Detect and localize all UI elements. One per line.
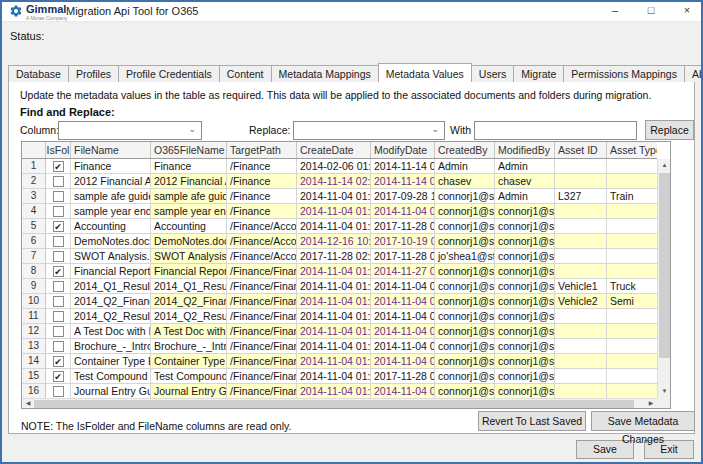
cell-modifiedBy[interactable]: connorj1@strate... <box>495 294 555 309</box>
cell-o365FileName[interactable]: DemoNotes.docx <box>151 234 227 249</box>
cell-targetPath[interactable]: /Finance/Financi... <box>227 339 297 354</box>
cell-createDate[interactable]: 2014-11-04 01:3... <box>297 204 371 219</box>
row-header[interactable]: 12 <box>22 324 46 339</box>
row-header[interactable]: 6 <box>22 234 46 249</box>
cell-fileName[interactable]: Journal Entry Gui... <box>71 384 151 398</box>
cell-fileName[interactable]: sample year end f... <box>71 204 151 219</box>
cell-modifyDate[interactable]: 2014-11-04 03:0... <box>371 309 435 324</box>
cell-modifiedBy[interactable]: connorj1@strate... <box>495 369 555 384</box>
cell-modifiedBy[interactable]: connorj1@strate... <box>495 204 555 219</box>
cell-assetId[interactable] <box>555 369 607 384</box>
row-header[interactable]: 5 <box>22 219 46 234</box>
cell-modifyDate[interactable]: 2017-11-28 02:2... <box>371 369 435 384</box>
cell-o365FileName[interactable]: Accounting <box>151 219 227 234</box>
cell-assetType[interactable] <box>607 309 657 324</box>
cell-assetType[interactable] <box>607 219 657 234</box>
cell-modifiedBy[interactable]: connorj1@strate... <box>495 324 555 339</box>
tab-database[interactable]: Database <box>8 65 69 82</box>
cell-targetPath[interactable]: /Finance/Accou... <box>227 234 297 249</box>
row-header[interactable]: 3 <box>22 189 46 204</box>
cell-targetPath[interactable]: /Finance <box>227 204 297 219</box>
horizontal-scroll-thumb[interactable] <box>34 400 634 408</box>
tab-profile-credentials[interactable]: Profile Credentials <box>118 65 220 82</box>
cell-targetPath[interactable]: /Finance/Financi... <box>227 309 297 324</box>
cell-o365FileName[interactable]: Financial Reporting <box>151 264 227 279</box>
cell-assetId[interactable] <box>555 264 607 279</box>
replace-button[interactable]: Replace <box>645 120 694 140</box>
cell-fileName[interactable]: 2014_Q2_Financ... <box>71 294 151 309</box>
cell-createDate[interactable]: 2014-11-04 01:4... <box>297 294 371 309</box>
cell-modifiedBy[interactable]: connorj1@strate... <box>495 354 555 369</box>
with-input[interactable] <box>474 121 637 140</box>
cell-createDate[interactable]: 2014-11-04 01:4... <box>297 384 371 398</box>
isfolder-checkbox[interactable] <box>53 161 64 172</box>
cell-fileName[interactable]: Brochure_-_Intro... <box>71 339 151 354</box>
cell-targetPath[interactable]: /Finance/Financi... <box>227 369 297 384</box>
column-header-createdby[interactable]: CreatedBy <box>435 142 495 158</box>
cell-o365FileName[interactable]: sample afe guide... <box>151 189 227 204</box>
cell-assetType[interactable] <box>607 339 657 354</box>
cell-createdBy[interactable]: jo'shea1@strateg... <box>435 249 495 264</box>
cell-fileName[interactable]: Accounting <box>71 219 151 234</box>
row-header[interactable]: 14 <box>22 354 46 369</box>
cell-assetId[interactable] <box>555 234 607 249</box>
cell-assetId[interactable] <box>555 219 607 234</box>
cell-fileName[interactable]: Financial Reporting <box>71 264 151 279</box>
cell-modifyDate[interactable]: 2014-11-27 08:1... <box>371 264 435 279</box>
cell-targetPath[interactable]: /Finance/Financi... <box>227 324 297 339</box>
cell-modifiedBy[interactable]: chasev <box>495 174 555 189</box>
cell-createdBy[interactable]: connorj1@strate... <box>435 234 495 249</box>
cell-o365FileName[interactable]: Finance <box>151 159 227 174</box>
row-header[interactable]: 11 <box>22 309 46 324</box>
isfolder-checkbox[interactable] <box>53 311 64 322</box>
cell-modifiedBy[interactable]: Admin <box>495 159 555 174</box>
row-header[interactable]: 4 <box>22 204 46 219</box>
column-header-rownum[interactable] <box>22 142 46 158</box>
cell-modifyDate[interactable]: 2017-09-28 11:2... <box>371 189 435 204</box>
cell-createdBy[interactable]: connorj1@strate... <box>435 384 495 398</box>
cell-targetPath[interactable]: /Finance <box>227 159 297 174</box>
cell-fileName[interactable]: DemoNotes.docx <box>71 234 151 249</box>
row-header[interactable]: 9 <box>22 279 46 294</box>
scroll-left-icon[interactable]: ◀ <box>22 399 34 409</box>
cell-fileName[interactable]: Finance <box>71 159 151 174</box>
cell-assetId[interactable] <box>555 324 607 339</box>
column-header-o365filename[interactable]: O365FileName <box>151 142 227 158</box>
tab-permissions-mappings[interactable]: Permissions Mappings <box>563 65 685 82</box>
cell-targetPath[interactable]: /Finance/Accou... <box>227 249 297 264</box>
column-header-asset-type[interactable]: Asset Type <box>607 142 657 158</box>
cell-modifyDate[interactable]: 2014-11-14 02:3... <box>371 159 435 174</box>
isfolder-checkbox[interactable] <box>53 176 64 187</box>
cell-assetType[interactable]: Semi <box>607 294 657 309</box>
tab-metadata-values[interactable]: Metadata Values <box>378 63 472 82</box>
isfolder-checkbox[interactable] <box>53 236 64 247</box>
cell-createdBy[interactable]: connorj1@strate... <box>435 324 495 339</box>
cell-modifyDate[interactable]: 2014-11-04 01:4... <box>371 324 435 339</box>
cell-createDate[interactable]: 2014-12-16 10:4... <box>297 234 371 249</box>
cell-fileName[interactable]: 2014_Q2_Result... <box>71 309 151 324</box>
cell-o365FileName[interactable]: SWOT Analysis.d... <box>151 249 227 264</box>
cell-createdBy[interactable]: connorj1@strate... <box>435 264 495 279</box>
cell-modifiedBy[interactable]: connorj1@strate... <box>495 279 555 294</box>
cell-modifiedBy[interactable]: connorj1@strate... <box>495 384 555 398</box>
scroll-right-icon[interactable]: ▶ <box>645 399 657 409</box>
cell-o365FileName[interactable]: Journal Entry Gui... <box>151 384 227 398</box>
cell-modifiedBy[interactable]: connorj1@strate... <box>495 264 555 279</box>
cell-createdBy[interactable]: Admin <box>435 159 495 174</box>
cell-assetId[interactable] <box>555 159 607 174</box>
cell-createDate[interactable]: 2014-11-04 01:4... <box>297 339 371 354</box>
cell-fileName[interactable]: sample afe guide... <box>71 189 151 204</box>
cell-assetId[interactable] <box>555 249 607 264</box>
cell-assetId[interactable]: L327 <box>555 189 607 204</box>
cell-modifyDate[interactable]: 2017-11-28 02:2... <box>371 219 435 234</box>
horizontal-scrollbar[interactable]: ◀ ▶ <box>22 398 657 408</box>
isfolder-checkbox[interactable] <box>53 191 64 202</box>
close-button[interactable]: × <box>681 2 693 20</box>
column-header-modifiedby[interactable]: ModifiedBy <box>495 142 555 158</box>
cell-assetId[interactable] <box>555 354 607 369</box>
cell-targetPath[interactable]: /Finance/Financi... <box>227 384 297 398</box>
row-header[interactable]: 1 <box>22 159 46 174</box>
cell-assetType[interactable] <box>607 159 657 174</box>
cell-createDate[interactable]: 2014-11-04 01:3... <box>297 219 371 234</box>
cell-assetId[interactable] <box>555 174 607 189</box>
